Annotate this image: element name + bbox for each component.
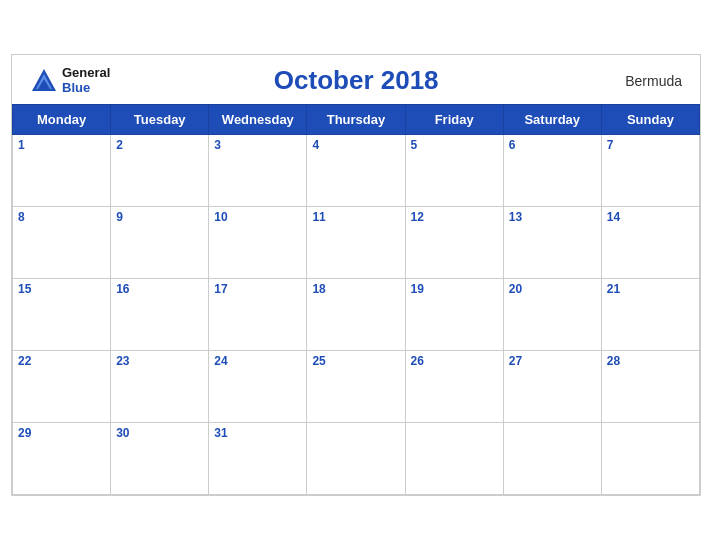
logo-general-text: General — [62, 66, 110, 80]
day-number: 22 — [18, 354, 105, 368]
day-number: 25 — [312, 354, 399, 368]
calendar-day-cell: 12 — [405, 207, 503, 279]
calendar-day-cell: 21 — [601, 279, 699, 351]
header-friday: Friday — [405, 105, 503, 135]
calendar-day-cell: 2 — [111, 135, 209, 207]
day-number: 1 — [18, 138, 105, 152]
day-number: 14 — [607, 210, 694, 224]
header-wednesday: Wednesday — [209, 105, 307, 135]
day-number: 30 — [116, 426, 203, 440]
day-number: 4 — [312, 138, 399, 152]
calendar-day-cell: 25 — [307, 351, 405, 423]
calendar-day-cell: 11 — [307, 207, 405, 279]
calendar-body: 1234567891011121314151617181920212223242… — [13, 135, 700, 495]
day-number: 7 — [607, 138, 694, 152]
logo-blue-text: Blue — [62, 81, 110, 95]
calendar-week-row: 15161718192021 — [13, 279, 700, 351]
logo-icon — [30, 67, 58, 95]
logo-text: General Blue — [62, 66, 110, 95]
weekday-header-row: Monday Tuesday Wednesday Thursday Friday… — [13, 105, 700, 135]
day-number: 23 — [116, 354, 203, 368]
calendar-day-cell: 24 — [209, 351, 307, 423]
calendar-day-cell: 13 — [503, 207, 601, 279]
day-number: 17 — [214, 282, 301, 296]
calendar-day-cell — [601, 423, 699, 495]
day-number: 6 — [509, 138, 596, 152]
calendar-day-cell: 22 — [13, 351, 111, 423]
calendar-day-cell: 28 — [601, 351, 699, 423]
day-number: 11 — [312, 210, 399, 224]
calendar-day-cell: 27 — [503, 351, 601, 423]
day-number: 13 — [509, 210, 596, 224]
day-number: 24 — [214, 354, 301, 368]
day-number: 18 — [312, 282, 399, 296]
calendar-day-cell: 31 — [209, 423, 307, 495]
calendar-day-cell: 23 — [111, 351, 209, 423]
day-number: 28 — [607, 354, 694, 368]
day-number: 9 — [116, 210, 203, 224]
day-number: 12 — [411, 210, 498, 224]
calendar-day-cell: 30 — [111, 423, 209, 495]
header-monday: Monday — [13, 105, 111, 135]
day-number: 27 — [509, 354, 596, 368]
calendar-week-row: 1234567 — [13, 135, 700, 207]
calendar-day-cell: 20 — [503, 279, 601, 351]
calendar-day-cell: 17 — [209, 279, 307, 351]
calendar-table: Monday Tuesday Wednesday Thursday Friday… — [12, 104, 700, 495]
calendar-day-cell: 3 — [209, 135, 307, 207]
calendar-day-cell — [405, 423, 503, 495]
header-tuesday: Tuesday — [111, 105, 209, 135]
day-number: 20 — [509, 282, 596, 296]
calendar-day-cell: 14 — [601, 207, 699, 279]
day-number: 29 — [18, 426, 105, 440]
calendar-day-cell: 4 — [307, 135, 405, 207]
calendar-day-cell: 15 — [13, 279, 111, 351]
calendar-day-cell: 18 — [307, 279, 405, 351]
header-thursday: Thursday — [307, 105, 405, 135]
calendar-day-cell: 8 — [13, 207, 111, 279]
calendar-day-cell: 1 — [13, 135, 111, 207]
day-number: 5 — [411, 138, 498, 152]
calendar-header: General Blue October 2018 Bermuda — [12, 55, 700, 104]
day-number: 15 — [18, 282, 105, 296]
logo: General Blue — [30, 66, 110, 95]
calendar-day-cell — [307, 423, 405, 495]
header-saturday: Saturday — [503, 105, 601, 135]
day-number: 2 — [116, 138, 203, 152]
calendar-day-cell: 6 — [503, 135, 601, 207]
day-number: 16 — [116, 282, 203, 296]
calendar-day-cell: 29 — [13, 423, 111, 495]
calendar-day-cell: 9 — [111, 207, 209, 279]
region-label: Bermuda — [602, 73, 682, 89]
month-title: October 2018 — [110, 65, 602, 96]
calendar-week-row: 293031 — [13, 423, 700, 495]
day-number: 21 — [607, 282, 694, 296]
day-number: 3 — [214, 138, 301, 152]
calendar-week-row: 891011121314 — [13, 207, 700, 279]
calendar-week-row: 22232425262728 — [13, 351, 700, 423]
calendar-day-cell: 19 — [405, 279, 503, 351]
calendar: General Blue October 2018 Bermuda Monday… — [11, 54, 701, 496]
day-number: 10 — [214, 210, 301, 224]
calendar-day-cell: 16 — [111, 279, 209, 351]
header-sunday: Sunday — [601, 105, 699, 135]
calendar-day-cell — [503, 423, 601, 495]
calendar-day-cell: 5 — [405, 135, 503, 207]
day-number: 8 — [18, 210, 105, 224]
day-number: 31 — [214, 426, 301, 440]
day-number: 19 — [411, 282, 498, 296]
day-number: 26 — [411, 354, 498, 368]
calendar-day-cell: 26 — [405, 351, 503, 423]
calendar-day-cell: 7 — [601, 135, 699, 207]
calendar-day-cell: 10 — [209, 207, 307, 279]
